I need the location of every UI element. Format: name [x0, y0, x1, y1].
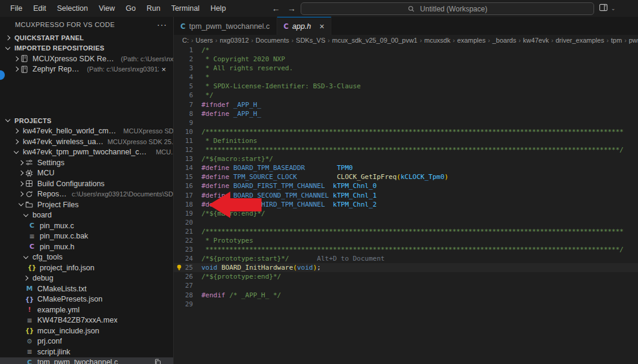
menu-item-terminal[interactable]: Terminal — [166, 0, 205, 17]
code-line-21[interactable]: 21/*************************************… — [174, 227, 638, 236]
menu-item-edit[interactable]: Edit — [28, 0, 52, 17]
code-text: #define BOARD_THIRD_TPM_CHANNEL kTPM_Chn… — [201, 200, 376, 209]
code-text: #define BOARD_SECOND_TPM_CHANNEL kTPM_Ch… — [201, 191, 376, 200]
code-line-7[interactable]: 7#ifndef _APP_H_ — [174, 100, 638, 109]
code-line-11[interactable]: 11 * Definitions — [174, 136, 638, 145]
tree-item-cfg-tools[interactable]: cfg_tools — [0, 252, 173, 263]
tree-item-pin-mux-c[interactable]: Cpin_mux.c — [0, 220, 173, 231]
menu-item-help[interactable]: Help — [205, 0, 232, 17]
breadcrumb-item[interactable]: pwm_twocha — [629, 37, 638, 44]
section-quickstart-panel[interactable]: QUICKSTART PANEL — [0, 32, 173, 43]
code-line-2[interactable]: 2 * Copyright 2020 NXP — [174, 55, 638, 64]
code-editor[interactable]: 1/*2 * Copyright 2020 NXP3 * All rights … — [174, 46, 638, 364]
tree-item-prj-conf[interactable]: ⚙prj.conf — [0, 336, 173, 347]
tree-item-board[interactable]: board — [0, 210, 173, 221]
code-line-10[interactable]: 10/*************************************… — [174, 127, 638, 136]
tree-item-zephyr-repository[interactable]: Zephyr Repository(Path: c:\Users\nxg0391… — [0, 64, 173, 75]
code-line-3[interactable]: 3 * All rights reserved. — [174, 64, 638, 73]
menu-item-run[interactable]: Run — [141, 0, 166, 17]
code-line-23[interactable]: 23 *************************************… — [174, 245, 638, 254]
code-line-1[interactable]: 1/* — [174, 46, 638, 55]
code-line-16[interactable]: 16#define BOARD_FIRST_TPM_CHANNEL kTPM_C… — [174, 181, 638, 190]
tree-item-pin-mux-c-bak[interactable]: ≡pin_mux.c.bak — [0, 231, 173, 242]
back-arrow-icon[interactable]: ← — [272, 4, 280, 13]
line-number: 27 — [174, 281, 201, 290]
tree-item-cmakelists-txt[interactable]: MCMakeLists.txt — [0, 284, 173, 294]
breadcrumb-item[interactable]: kw47evk — [523, 37, 549, 44]
tree-item-mcux-include-json[interactable]: {}mcux_include.json — [0, 326, 173, 336]
tree-item-example-yml[interactable]: !example.yml — [0, 305, 173, 315]
code-line-12[interactable]: 12 *************************************… — [174, 145, 638, 154]
breadcrumb-separator: › — [488, 37, 489, 44]
more-actions-icon[interactable]: ··· — [157, 20, 167, 29]
tree-item-script-jlink[interactable]: ≡script.jlink — [0, 347, 173, 357]
copy-path-button[interactable] — [154, 359, 164, 364]
repo-icon — [20, 55, 28, 62]
code-line-6[interactable]: 6 */ — [174, 91, 638, 100]
tab-app-h[interactable]: Capp.h× — [277, 17, 332, 35]
code-line-27[interactable]: 27 — [174, 281, 638, 290]
tree-item-kw47evk-wireless-uart-bm[interactable]: kw47evk_wireless_uart_bmMCUXpresso SDK 2… — [0, 136, 173, 147]
breadcrumb-item[interactable]: Documents — [256, 37, 289, 44]
tree-item-project-files[interactable]: Project Files — [0, 199, 173, 210]
command-center-search[interactable]: Untitled (Workspace) — [301, 2, 594, 15]
code-line-15[interactable]: 15#define TPM_SOURCE_CLOCK CLOCK_GetIpFr… — [174, 172, 638, 181]
breadcrumb-item[interactable]: examples — [457, 37, 485, 44]
code-line-25[interactable]: 25void BOARD_InitHardware(void); — [174, 263, 638, 272]
item-label: Repository — [37, 190, 68, 198]
breadcrumb-item[interactable]: _boards — [492, 37, 517, 44]
code-line-18[interactable]: 18#define BOARD_THIRD_TPM_CHANNEL kTPM_C… — [174, 200, 638, 209]
tree-item-tpm-pwm-twochannel-c[interactable]: Ctpm_pwm_twochannel.c — [0, 357, 173, 364]
tree-item-project-info-json[interactable]: {}project_info.json — [0, 262, 173, 273]
tab-bar: Ctpm_pwm_twochannel.cCapp.h× — [174, 17, 638, 35]
breadcrumb-item[interactable]: SDKs_VS — [296, 37, 325, 44]
code-line-24[interactable]: 24/*${prototype:start}*/ Alt+D to Docume… — [174, 254, 638, 263]
workspace-title: Untitled (Workspace) — [420, 5, 488, 13]
code-line-14[interactable]: 14#define BOARD_TPM_BASEADDR TPM0 — [174, 163, 638, 172]
chevron-right-icon — [14, 129, 19, 133]
code-text: #ifndef _APP_H_ — [201, 100, 261, 109]
menu-item-file[interactable]: File — [5, 0, 28, 17]
breadcrumb-item[interactable]: C: — [182, 37, 189, 44]
menu-item-selection[interactable]: Selection — [52, 0, 93, 17]
breadcrumb-item[interactable]: Users — [195, 37, 213, 44]
tree-item-mcuxpresso-sdk-repository[interactable]: MCUXpresso SDK Repository(Path: c:\Users… — [0, 53, 173, 64]
code-line-17[interactable]: 17#define BOARD_SECOND_TPM_CHANNEL kTPM_… — [174, 191, 638, 200]
code-line-9[interactable]: 9 — [174, 118, 638, 127]
menu-item-go[interactable]: Go — [120, 0, 141, 17]
code-line-28[interactable]: 28#endif /* _APP_H_ */ — [174, 291, 638, 300]
sliders-icon — [25, 159, 33, 166]
code-line-19[interactable]: 19/*${macro:end}*/ — [174, 209, 638, 218]
code-line-20[interactable]: 20 — [174, 218, 638, 227]
code-line-5[interactable]: 5 * SPDX-License-Identifier: BSD-3-Claus… — [174, 82, 638, 91]
code-line-8[interactable]: 8#define _APP_H_ — [174, 109, 638, 118]
close-icon[interactable]: × — [161, 65, 166, 73]
tree-item-debug[interactable]: debug — [0, 273, 173, 284]
tree-item-cmakepresets-json[interactable]: {}CMakePresets.json — [0, 294, 173, 305]
tree-item-pin-mux-h[interactable]: Cpin_mux.h — [0, 241, 173, 252]
tree-item-kw47evk-tpm-pwm-twochannel-cm33-core0[interactable]: kw47evk_tpm_pwm_twochannel_cm33_core0MCU… — [0, 147, 173, 158]
customize-layout-button[interactable]: ⌄ — [599, 3, 616, 12]
breadcrumb-item[interactable]: tpm — [611, 37, 622, 44]
breadcrumb-item[interactable]: driver_examples — [556, 37, 604, 44]
code-line-22[interactable]: 22 * Prototypes — [174, 236, 638, 245]
section-imported-repositories[interactable]: IMPORTED REPOSITORIES — [0, 43, 173, 54]
menu-item-view[interactable]: View — [93, 0, 120, 17]
code-line-13[interactable]: 13/*${macro:start}*/ — [174, 154, 638, 163]
tree-item-mcu[interactable]: MCU — [0, 168, 173, 179]
section-projects[interactable]: PROJECTS — [0, 115, 173, 126]
breadcrumb-item[interactable]: nxg03912 — [219, 37, 248, 44]
breadcrumb-item[interactable]: mcux_sdk_v25_09_00_pvw1 — [332, 37, 417, 44]
tree-item-kw47evk-hello-world-cm33-core0[interactable]: kw47evk_hello_world_cm33_core0MCUXpresso… — [0, 126, 173, 137]
close-icon[interactable]: × — [319, 22, 324, 31]
tree-item-settings[interactable]: Settings — [0, 157, 173, 168]
tab-tpm-pwm-twochannel-c[interactable]: Ctpm_pwm_twochannel.c — [174, 17, 277, 35]
forward-arrow-icon[interactable]: → — [287, 4, 296, 13]
code-line-29[interactable]: 29 — [174, 300, 638, 309]
breadcrumb-item[interactable]: mcuxsdk — [425, 37, 450, 44]
tree-item-repository[interactable]: Repositoryc:\Users\nxg03912\Documents\SD… — [0, 189, 173, 200]
code-line-26[interactable]: 26/*${prototype:end}*/ — [174, 272, 638, 281]
tree-item-build-configurations[interactable]: Build Configurations — [0, 178, 173, 189]
code-line-4[interactable]: 4 * — [174, 73, 638, 82]
tree-item-kw47b42zb7xxxa-mex[interactable]: ≡KW47B42ZB7xxxA.mex — [0, 315, 173, 326]
